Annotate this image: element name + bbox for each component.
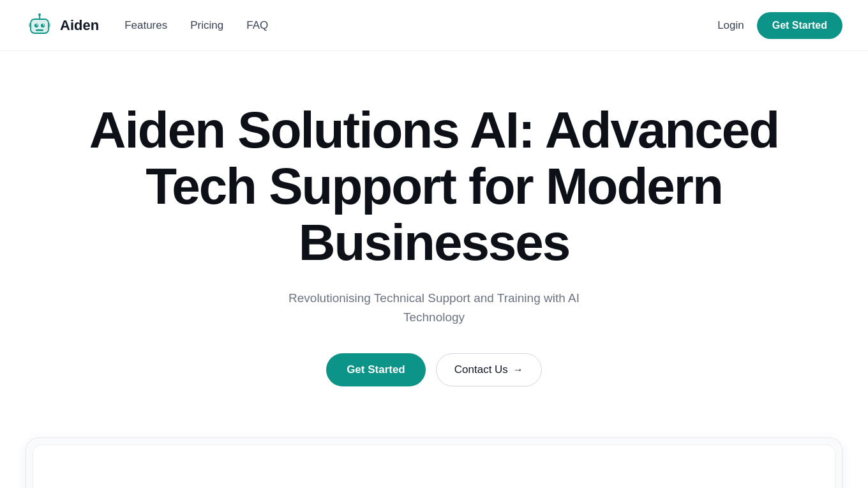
nav-get-started-button[interactable]: Get Started xyxy=(757,12,842,39)
arrow-icon: → xyxy=(513,364,523,376)
hero-title: Aiden Solutions AI: Advanced Tech Suppor… xyxy=(51,102,817,271)
preview-section xyxy=(0,425,868,488)
contact-label: Contact Us xyxy=(454,363,508,376)
hero-buttons: Get Started Contact Us → xyxy=(326,353,542,386)
svg-point-4 xyxy=(36,24,38,26)
hero-section: Aiden Solutions AI: Advanced Tech Suppor… xyxy=(0,51,868,425)
app-preview-card xyxy=(26,438,842,488)
nav-links: Features Pricing FAQ xyxy=(124,19,268,32)
hero-contact-button[interactable]: Contact Us → xyxy=(436,353,542,386)
logo[interactable]: Aiden xyxy=(26,11,99,40)
svg-point-2 xyxy=(34,24,38,27)
svg-rect-9 xyxy=(29,23,31,27)
aiden-logo-icon xyxy=(26,11,54,40)
hero-get-started-button[interactable]: Get Started xyxy=(326,353,426,386)
svg-point-8 xyxy=(38,13,41,16)
preview-inner xyxy=(33,445,835,488)
brand-name: Aiden xyxy=(60,17,99,34)
svg-rect-10 xyxy=(48,23,50,27)
navbar-left: Aiden Features Pricing FAQ xyxy=(26,11,268,40)
svg-point-5 xyxy=(43,24,44,26)
navbar: Aiden Features Pricing FAQ Login Get Sta… xyxy=(0,0,868,51)
nav-item-faq[interactable]: FAQ xyxy=(246,19,268,32)
svg-rect-6 xyxy=(36,29,43,31)
nav-item-features[interactable]: Features xyxy=(124,19,167,32)
login-button[interactable]: Login xyxy=(717,19,744,32)
hero-subtitle: Revolutionising Technical Support and Tr… xyxy=(274,289,594,328)
nav-item-pricing[interactable]: Pricing xyxy=(190,19,223,32)
navbar-right: Login Get Started xyxy=(717,12,842,39)
svg-point-3 xyxy=(41,24,45,27)
svg-rect-0 xyxy=(31,19,49,33)
